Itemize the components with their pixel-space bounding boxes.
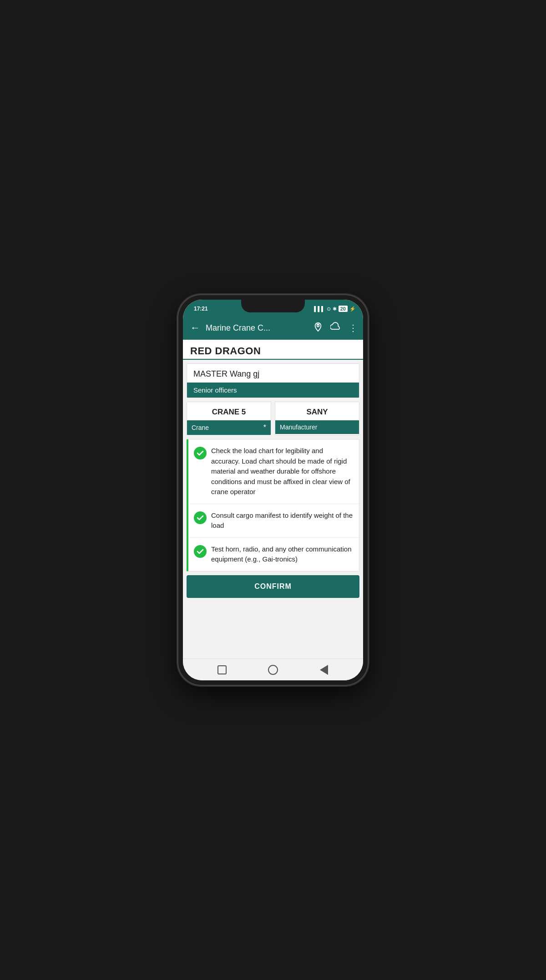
battery-icon: 20	[339, 306, 348, 312]
checklist: Check the load chart for legibility and …	[187, 439, 359, 572]
back-button-nav[interactable]	[318, 664, 330, 676]
manufacturer-cell: SANY Manufacturer	[275, 402, 359, 435]
crane-label: Crane *	[187, 420, 271, 435]
confirm-button[interactable]: CONFIRM	[187, 575, 359, 598]
manufacturer-label: Manufacturer	[275, 420, 359, 434]
checklist-item-2[interactable]: Consult cargo manifest to identify weigh…	[188, 504, 359, 538]
manufacturer-label-text: Manufacturer	[280, 424, 317, 431]
location-icon[interactable]	[313, 322, 323, 334]
signal-icon: ▌▌▌	[314, 306, 324, 311]
home-icon	[268, 665, 278, 675]
crane-info-row: CRANE 5 Crane * SANY Manufacturer	[187, 402, 359, 435]
back-triangle-icon	[320, 665, 328, 675]
crane-asterisk: *	[263, 424, 266, 432]
status-time: 17:21	[190, 306, 208, 312]
crane-label-text: Crane	[192, 424, 209, 431]
confirm-label: CONFIRM	[254, 582, 292, 590]
bluetooth-icon: ✱	[333, 306, 337, 312]
notch	[241, 300, 305, 312]
check-icon-1	[194, 447, 207, 459]
manufacturer-value: SANY	[275, 402, 359, 420]
check-icon-2	[194, 511, 207, 524]
ship-name: RED DRAGON	[190, 345, 261, 357]
master-card: MASTER Wang gj Senior officers	[187, 363, 359, 398]
nav-title: Marine Crane C...	[206, 323, 309, 333]
wifi-icon: ⊙	[327, 306, 331, 312]
bottom-nav	[183, 658, 363, 680]
svg-point-0	[317, 324, 319, 327]
phone-frame: 17:21 ▌▌▌ ⊙ ✱ 20 ⚡ ← Marine Crane C...	[177, 294, 369, 686]
checklist-item-1[interactable]: Check the load chart for legibility and …	[188, 439, 359, 504]
crane-cell: CRANE 5 Crane *	[187, 402, 271, 435]
cloud-icon[interactable]	[330, 322, 341, 334]
crane-value: CRANE 5	[187, 402, 271, 420]
nav-action-icons: ⋮	[313, 322, 358, 334]
check-text-1: Check the load chart for legibility and …	[211, 446, 354, 497]
home-button[interactable]	[267, 664, 279, 676]
nav-bar: ← Marine Crane C... ⋮	[183, 316, 363, 340]
checklist-item-3[interactable]: Test horn, radio, and any other communic…	[188, 538, 359, 571]
main-content: RED DRAGON MASTER Wang gj Senior officer…	[183, 340, 363, 658]
phone-screen: 17:21 ▌▌▌ ⊙ ✱ 20 ⚡ ← Marine Crane C...	[183, 300, 363, 680]
charge-icon: ⚡	[349, 306, 356, 312]
master-name: MASTER Wang gj	[187, 364, 359, 383]
check-icon-3	[194, 545, 207, 558]
master-role: Senior officers	[187, 383, 359, 398]
check-text-3: Test horn, radio, and any other communic…	[211, 544, 354, 565]
recents-button[interactable]	[216, 664, 228, 676]
recents-icon	[217, 665, 227, 674]
ship-header: RED DRAGON	[183, 340, 363, 360]
back-button[interactable]: ←	[188, 320, 202, 336]
check-text-2: Consult cargo manifest to identify weigh…	[211, 510, 354, 531]
status-icons: ▌▌▌ ⊙ ✱ 20 ⚡	[314, 306, 356, 312]
more-options-icon[interactable]: ⋮	[349, 322, 358, 333]
